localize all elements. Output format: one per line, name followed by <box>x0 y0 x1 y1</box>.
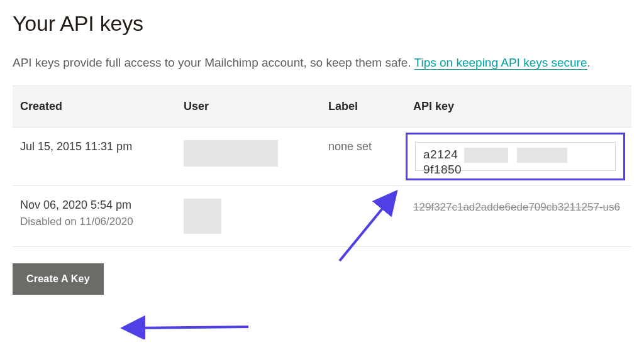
api-keys-table: Created User Label API key Jul 15, 2015 … <box>13 85 631 247</box>
cell-label <box>321 186 406 211</box>
created-date: Nov 06, 2020 5:54 pm <box>20 199 166 212</box>
cell-created: Nov 06, 2020 5:54 pm Disabled on 11/06/2… <box>13 186 176 241</box>
table-row: Nov 06, 2020 5:54 pm Disabled on 11/06/2… <box>13 186 631 246</box>
col-key: API key <box>406 86 631 127</box>
api-key-input[interactable]: a2124 9f1850 <box>415 142 616 171</box>
svg-line-1 <box>123 327 248 328</box>
key-suffix: 9f1850 <box>423 163 462 176</box>
redacted-user <box>184 199 221 234</box>
intro-text: API keys provide full access to your Mai… <box>13 56 414 69</box>
table-header: Created User Label API key <box>13 86 631 128</box>
cell-created: Jul 15, 2015 11:31 pm <box>13 128 176 166</box>
table-row: Jul 15, 2015 11:31 pm none set a2124 9f1… <box>13 128 631 186</box>
redacted-key-part <box>517 148 567 163</box>
intro-paragraph: API keys provide full access to your Mai… <box>13 53 631 72</box>
key-highlight-box: a2124 9f1850 <box>406 133 625 180</box>
redacted-user <box>184 140 278 167</box>
col-created: Created <box>13 86 176 127</box>
tips-link[interactable]: Tips on keeping API keys secure <box>414 56 587 70</box>
col-label: Label <box>321 86 406 127</box>
arrow-icon <box>116 314 255 339</box>
col-user: User <box>176 86 321 127</box>
create-key-button[interactable]: Create A Key <box>13 263 104 295</box>
page-title: Your API keys <box>13 11 631 36</box>
disabled-note: Disabled on 11/06/2020 <box>20 216 166 228</box>
cell-user <box>176 186 321 246</box>
cell-label: none set <box>321 128 406 166</box>
cell-key: a2124 9f1850 <box>406 128 631 185</box>
intro-period: . <box>587 56 591 69</box>
key-prefix: a2124 <box>423 148 458 161</box>
cell-user <box>176 128 321 179</box>
disabled-api-key: 129f327c1ad2adde6ede709cb3211257-us6 <box>413 201 620 213</box>
redacted-key-part <box>464 148 508 163</box>
cell-key: 129f327c1ad2adde6ede709cb3211257-us6 <box>406 186 631 228</box>
